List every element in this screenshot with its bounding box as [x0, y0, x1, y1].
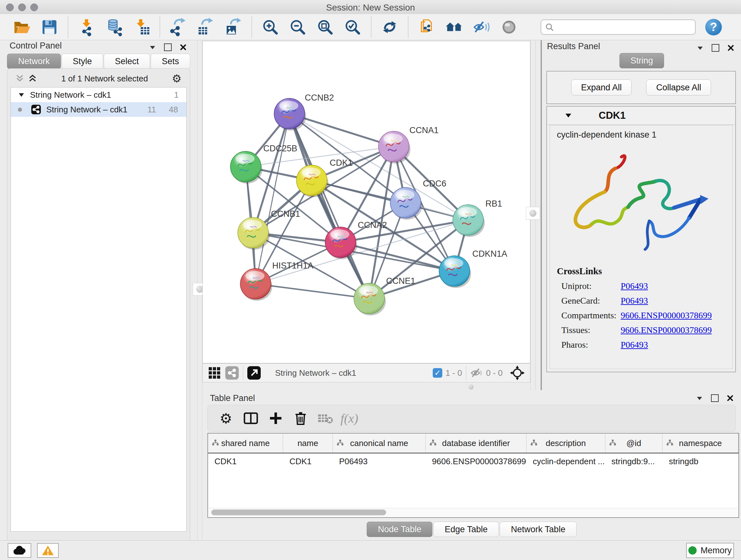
search-input[interactable]: [541, 19, 696, 35]
export-image-icon[interactable]: [223, 17, 244, 37]
results-entry-header[interactable]: CDK1: [547, 107, 735, 125]
selected-checkbox-icon[interactable]: ✓: [433, 368, 442, 378]
save-session-icon[interactable]: [39, 17, 60, 37]
fit-selected-crosshair-icon[interactable]: [510, 365, 525, 381]
crosslink-link[interactable]: 9606.ENSP00000378699: [621, 310, 712, 320]
network-edge[interactable]: [289, 114, 369, 299]
crosslink-row: Uniprot:P06493: [557, 281, 728, 291]
network-node-CDC25B[interactable]: [230, 151, 262, 184]
network-options-gear-icon[interactable]: ⚙: [172, 72, 182, 85]
expand-all-button[interactable]: Expand All: [571, 79, 632, 96]
network-node-CCNA2[interactable]: [325, 227, 357, 259]
zoom-out-icon[interactable]: [287, 17, 308, 37]
crosslink-link[interactable]: P06493: [621, 296, 648, 306]
memory-button[interactable]: Memory: [686, 543, 734, 558]
crosslink-link[interactable]: P06493: [621, 340, 648, 350]
panel-float-icon[interactable]: [696, 396, 703, 400]
table-cell[interactable]: stringdb:9...: [605, 453, 663, 469]
column-header-description[interactable]: description: [527, 434, 605, 453]
hide-graphics-details-icon[interactable]: [471, 17, 492, 37]
toolbar-separator: [243, 366, 243, 380]
table-cell[interactable]: cyclin-dependent ...: [527, 453, 605, 469]
panel-float-icon[interactable]: [697, 46, 703, 50]
panel-maximize-icon[interactable]: [712, 44, 719, 52]
splitter-collapse-handle[interactable]: [526, 207, 540, 220]
network-view-share-icon[interactable]: [225, 366, 239, 380]
horizontal-splitter-handle[interactable]: [468, 384, 474, 389]
scrollbar-thumb[interactable]: [211, 509, 386, 515]
home-networks-icon[interactable]: [444, 17, 465, 37]
panel-maximize-icon[interactable]: [711, 394, 719, 402]
apply-preferred-layout-icon[interactable]: [379, 17, 400, 37]
table-settings-gear-icon[interactable]: ⚙: [216, 409, 236, 427]
hidden-elements-eye-icon[interactable]: [470, 368, 483, 378]
network-from-file-icon[interactable]: [416, 17, 437, 37]
zoom-selected-region-icon[interactable]: [342, 17, 363, 37]
column-header--id[interactable]: @id: [605, 434, 663, 453]
delete-column-icon[interactable]: [291, 409, 311, 427]
network-row[interactable]: String Network – cdk1 11 48: [11, 102, 186, 117]
network-node-CDKN1A[interactable]: [439, 256, 471, 288]
column-header-database-identifier[interactable]: database identifier: [426, 434, 527, 453]
tab-string[interactable]: String: [619, 53, 664, 68]
panel-close-icon[interactable]: [727, 395, 733, 401]
tab-style[interactable]: Style: [62, 54, 103, 69]
table-cell[interactable]: CDK1: [208, 453, 283, 469]
crosslink-link[interactable]: 9606.ENSP00000378699: [621, 325, 712, 335]
network-edge[interactable]: [256, 114, 289, 284]
table-cell[interactable]: CDK1: [283, 453, 333, 469]
help-icon[interactable]: ?: [705, 19, 722, 36]
column-header-name[interactable]: name: [283, 434, 333, 453]
tab-select[interactable]: Select: [104, 54, 150, 69]
table-cell[interactable]: 9606.ENSP00000378699: [426, 453, 527, 469]
tab-sets[interactable]: Sets: [151, 54, 190, 69]
column-header-namespace[interactable]: namespace: [663, 434, 738, 453]
zoom-fit-content-icon[interactable]: [315, 17, 336, 37]
network-edge[interactable]: [256, 284, 369, 299]
collapse-all-button[interactable]: Collapse All: [646, 79, 711, 96]
column-header-canonical-name[interactable]: canonical name: [333, 434, 425, 453]
table-row[interactable]: CDK1CDK1P064939606.ENSP00000378699cyclin…: [208, 453, 738, 469]
hidden-counter: 0 - 0: [486, 368, 502, 378]
delete-table-icon[interactable]: [316, 409, 335, 427]
column-header-shared-name[interactable]: shared name: [208, 434, 283, 453]
warning-status-button[interactable]: [37, 543, 59, 558]
panel-close-icon[interactable]: [180, 44, 186, 51]
network-node-CDC6[interactable]: [390, 187, 422, 220]
export-network-icon[interactable]: [168, 17, 189, 37]
apply-function-icon[interactable]: f(x): [340, 409, 358, 427]
panel-float-icon[interactable]: [149, 45, 156, 50]
expand-all-icon[interactable]: [28, 74, 37, 83]
network-node-RB1[interactable]: [453, 205, 485, 237]
network-canvas[interactable]: CCNB2CCNA1CDC25BCDK1CDC6RB1CCNB1CCNA2CDK…: [202, 41, 530, 363]
tree-expander-icon[interactable]: [18, 92, 24, 97]
tab-edge-table[interactable]: Edge Table: [433, 522, 499, 537]
open-in-window-icon[interactable]: [247, 366, 261, 380]
panel-maximize-icon[interactable]: [164, 44, 172, 51]
tab-network[interactable]: Network: [7, 54, 61, 69]
import-network-from-file-icon[interactable]: [76, 17, 97, 37]
open-session-icon[interactable]: [11, 17, 32, 37]
table-cell[interactable]: stringdb: [663, 453, 738, 469]
collapse-all-icon[interactable]: [15, 74, 24, 83]
network-collection-row[interactable]: String Network – cdk1 1: [11, 87, 186, 102]
network-node-HIST1H1A[interactable]: [240, 268, 272, 301]
tab-node-table[interactable]: Node Table: [367, 522, 432, 537]
network-node-CCNA1[interactable]: [379, 131, 410, 164]
tab-network-table[interactable]: Network Table: [500, 522, 577, 537]
cloud-status-button[interactable]: [8, 543, 31, 558]
show-columns-icon[interactable]: [241, 409, 261, 427]
import-table-from-file-icon[interactable]: [131, 17, 152, 37]
table-cell[interactable]: P06493: [333, 453, 425, 469]
crosslink-link[interactable]: P06493: [621, 281, 648, 291]
export-table-icon[interactable]: [195, 17, 216, 37]
zoom-in-icon[interactable]: [260, 17, 281, 37]
entry-expander-icon[interactable]: [565, 113, 572, 118]
network-node-CDK1[interactable]: [296, 165, 328, 197]
grid-view-icon[interactable]: [208, 367, 220, 379]
birds-eye-view-icon[interactable]: [498, 17, 520, 37]
import-network-from-database-icon[interactable]: [104, 17, 125, 37]
panel-close-icon[interactable]: [728, 45, 734, 51]
horizontal-scrollbar[interactable]: [209, 508, 738, 516]
add-column-icon[interactable]: [266, 409, 286, 427]
